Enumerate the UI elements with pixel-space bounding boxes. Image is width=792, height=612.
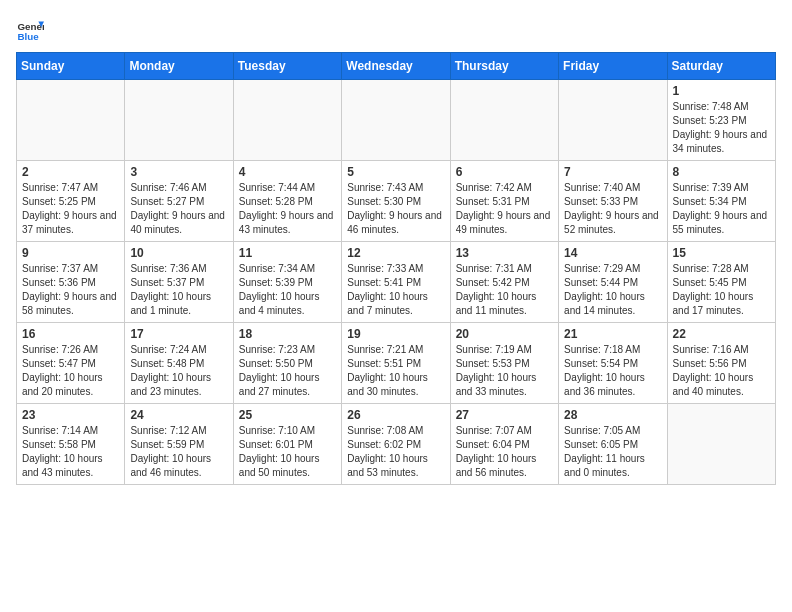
- calendar-header-row: SundayMondayTuesdayWednesdayThursdayFrid…: [17, 53, 776, 80]
- day-info: Sunrise: 7:42 AM Sunset: 5:31 PM Dayligh…: [456, 181, 553, 237]
- day-number: 26: [347, 408, 444, 422]
- day-info: Sunrise: 7:48 AM Sunset: 5:23 PM Dayligh…: [673, 100, 770, 156]
- calendar-cell: 11Sunrise: 7:34 AM Sunset: 5:39 PM Dayli…: [233, 242, 341, 323]
- calendar-cell: [125, 80, 233, 161]
- day-number: 27: [456, 408, 553, 422]
- day-number: 3: [130, 165, 227, 179]
- day-info: Sunrise: 7:33 AM Sunset: 5:41 PM Dayligh…: [347, 262, 444, 318]
- calendar-week-row: 9Sunrise: 7:37 AM Sunset: 5:36 PM Daylig…: [17, 242, 776, 323]
- calendar-cell: 22Sunrise: 7:16 AM Sunset: 5:56 PM Dayli…: [667, 323, 775, 404]
- day-info: Sunrise: 7:46 AM Sunset: 5:27 PM Dayligh…: [130, 181, 227, 237]
- day-info: Sunrise: 7:47 AM Sunset: 5:25 PM Dayligh…: [22, 181, 119, 237]
- day-number: 14: [564, 246, 661, 260]
- day-number: 19: [347, 327, 444, 341]
- page-header: General Blue: [16, 16, 776, 44]
- day-number: 28: [564, 408, 661, 422]
- calendar-cell: 8Sunrise: 7:39 AM Sunset: 5:34 PM Daylig…: [667, 161, 775, 242]
- day-number: 4: [239, 165, 336, 179]
- calendar-cell: [233, 80, 341, 161]
- day-number: 11: [239, 246, 336, 260]
- calendar-week-row: 2Sunrise: 7:47 AM Sunset: 5:25 PM Daylig…: [17, 161, 776, 242]
- day-number: 21: [564, 327, 661, 341]
- day-number: 7: [564, 165, 661, 179]
- calendar-cell: 14Sunrise: 7:29 AM Sunset: 5:44 PM Dayli…: [559, 242, 667, 323]
- day-info: Sunrise: 7:28 AM Sunset: 5:45 PM Dayligh…: [673, 262, 770, 318]
- day-info: Sunrise: 7:39 AM Sunset: 5:34 PM Dayligh…: [673, 181, 770, 237]
- day-info: Sunrise: 7:40 AM Sunset: 5:33 PM Dayligh…: [564, 181, 661, 237]
- calendar-cell: 1Sunrise: 7:48 AM Sunset: 5:23 PM Daylig…: [667, 80, 775, 161]
- day-number: 18: [239, 327, 336, 341]
- day-number: 20: [456, 327, 553, 341]
- calendar-cell: 24Sunrise: 7:12 AM Sunset: 5:59 PM Dayli…: [125, 404, 233, 485]
- day-info: Sunrise: 7:16 AM Sunset: 5:56 PM Dayligh…: [673, 343, 770, 399]
- day-number: 13: [456, 246, 553, 260]
- calendar-cell: [17, 80, 125, 161]
- day-info: Sunrise: 7:05 AM Sunset: 6:05 PM Dayligh…: [564, 424, 661, 480]
- calendar-cell: 4Sunrise: 7:44 AM Sunset: 5:28 PM Daylig…: [233, 161, 341, 242]
- logo: General Blue: [16, 16, 48, 44]
- calendar-cell: 12Sunrise: 7:33 AM Sunset: 5:41 PM Dayli…: [342, 242, 450, 323]
- day-info: Sunrise: 7:44 AM Sunset: 5:28 PM Dayligh…: [239, 181, 336, 237]
- calendar-cell: 25Sunrise: 7:10 AM Sunset: 6:01 PM Dayli…: [233, 404, 341, 485]
- day-of-week-header: Monday: [125, 53, 233, 80]
- day-info: Sunrise: 7:23 AM Sunset: 5:50 PM Dayligh…: [239, 343, 336, 399]
- day-number: 15: [673, 246, 770, 260]
- calendar-cell: 2Sunrise: 7:47 AM Sunset: 5:25 PM Daylig…: [17, 161, 125, 242]
- day-number: 6: [456, 165, 553, 179]
- calendar-week-row: 1Sunrise: 7:48 AM Sunset: 5:23 PM Daylig…: [17, 80, 776, 161]
- day-info: Sunrise: 7:24 AM Sunset: 5:48 PM Dayligh…: [130, 343, 227, 399]
- day-info: Sunrise: 7:26 AM Sunset: 5:47 PM Dayligh…: [22, 343, 119, 399]
- calendar-cell: [342, 80, 450, 161]
- day-info: Sunrise: 7:43 AM Sunset: 5:30 PM Dayligh…: [347, 181, 444, 237]
- day-of-week-header: Wednesday: [342, 53, 450, 80]
- calendar-cell: 17Sunrise: 7:24 AM Sunset: 5:48 PM Dayli…: [125, 323, 233, 404]
- day-number: 2: [22, 165, 119, 179]
- calendar-cell: 9Sunrise: 7:37 AM Sunset: 5:36 PM Daylig…: [17, 242, 125, 323]
- day-number: 1: [673, 84, 770, 98]
- calendar-cell: 3Sunrise: 7:46 AM Sunset: 5:27 PM Daylig…: [125, 161, 233, 242]
- calendar-cell: 18Sunrise: 7:23 AM Sunset: 5:50 PM Dayli…: [233, 323, 341, 404]
- calendar-cell: 23Sunrise: 7:14 AM Sunset: 5:58 PM Dayli…: [17, 404, 125, 485]
- calendar-cell: 26Sunrise: 7:08 AM Sunset: 6:02 PM Dayli…: [342, 404, 450, 485]
- day-number: 17: [130, 327, 227, 341]
- day-number: 12: [347, 246, 444, 260]
- calendar-cell: 6Sunrise: 7:42 AM Sunset: 5:31 PM Daylig…: [450, 161, 558, 242]
- day-info: Sunrise: 7:10 AM Sunset: 6:01 PM Dayligh…: [239, 424, 336, 480]
- day-info: Sunrise: 7:34 AM Sunset: 5:39 PM Dayligh…: [239, 262, 336, 318]
- day-info: Sunrise: 7:29 AM Sunset: 5:44 PM Dayligh…: [564, 262, 661, 318]
- calendar-cell: 13Sunrise: 7:31 AM Sunset: 5:42 PM Dayli…: [450, 242, 558, 323]
- calendar-week-row: 23Sunrise: 7:14 AM Sunset: 5:58 PM Dayli…: [17, 404, 776, 485]
- day-info: Sunrise: 7:19 AM Sunset: 5:53 PM Dayligh…: [456, 343, 553, 399]
- day-of-week-header: Tuesday: [233, 53, 341, 80]
- day-number: 9: [22, 246, 119, 260]
- calendar-cell: 15Sunrise: 7:28 AM Sunset: 5:45 PM Dayli…: [667, 242, 775, 323]
- svg-text:Blue: Blue: [17, 31, 39, 42]
- day-info: Sunrise: 7:07 AM Sunset: 6:04 PM Dayligh…: [456, 424, 553, 480]
- day-info: Sunrise: 7:08 AM Sunset: 6:02 PM Dayligh…: [347, 424, 444, 480]
- day-number: 23: [22, 408, 119, 422]
- day-info: Sunrise: 7:37 AM Sunset: 5:36 PM Dayligh…: [22, 262, 119, 318]
- calendar-cell: 7Sunrise: 7:40 AM Sunset: 5:33 PM Daylig…: [559, 161, 667, 242]
- calendar-cell: 10Sunrise: 7:36 AM Sunset: 5:37 PM Dayli…: [125, 242, 233, 323]
- day-number: 10: [130, 246, 227, 260]
- day-number: 16: [22, 327, 119, 341]
- day-of-week-header: Sunday: [17, 53, 125, 80]
- calendar-cell: 21Sunrise: 7:18 AM Sunset: 5:54 PM Dayli…: [559, 323, 667, 404]
- day-info: Sunrise: 7:31 AM Sunset: 5:42 PM Dayligh…: [456, 262, 553, 318]
- day-info: Sunrise: 7:18 AM Sunset: 5:54 PM Dayligh…: [564, 343, 661, 399]
- calendar-cell: 16Sunrise: 7:26 AM Sunset: 5:47 PM Dayli…: [17, 323, 125, 404]
- calendar-table: SundayMondayTuesdayWednesdayThursdayFrid…: [16, 52, 776, 485]
- day-of-week-header: Thursday: [450, 53, 558, 80]
- calendar-week-row: 16Sunrise: 7:26 AM Sunset: 5:47 PM Dayli…: [17, 323, 776, 404]
- calendar-cell: 5Sunrise: 7:43 AM Sunset: 5:30 PM Daylig…: [342, 161, 450, 242]
- day-info: Sunrise: 7:14 AM Sunset: 5:58 PM Dayligh…: [22, 424, 119, 480]
- day-of-week-header: Saturday: [667, 53, 775, 80]
- logo-icon: General Blue: [16, 16, 44, 44]
- day-number: 8: [673, 165, 770, 179]
- day-info: Sunrise: 7:12 AM Sunset: 5:59 PM Dayligh…: [130, 424, 227, 480]
- day-number: 5: [347, 165, 444, 179]
- day-number: 25: [239, 408, 336, 422]
- calendar-cell: 19Sunrise: 7:21 AM Sunset: 5:51 PM Dayli…: [342, 323, 450, 404]
- calendar-cell: 27Sunrise: 7:07 AM Sunset: 6:04 PM Dayli…: [450, 404, 558, 485]
- calendar-cell: [450, 80, 558, 161]
